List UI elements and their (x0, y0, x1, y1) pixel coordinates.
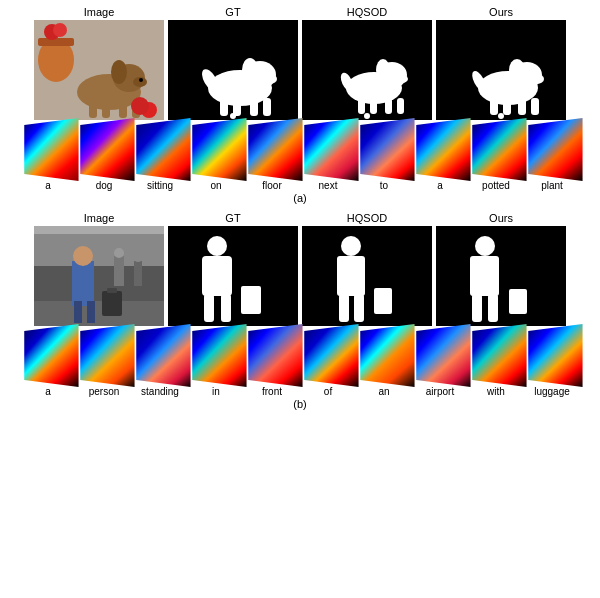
svg-point-11 (141, 102, 157, 118)
svg-rect-52 (114, 256, 124, 286)
heatmap-a-1 (21, 122, 75, 177)
word-b-6: of (301, 386, 355, 397)
sub-caption-b: (b) (293, 398, 306, 410)
svg-rect-51 (34, 301, 164, 326)
svg-rect-80 (509, 289, 527, 314)
sub-caption-a: (a) (293, 192, 306, 204)
svg-rect-9 (119, 102, 127, 118)
gt-silhouette-b (168, 226, 298, 326)
svg-point-29 (376, 59, 390, 81)
gt-silhouette-a (168, 20, 298, 120)
label-gt-a: GT (225, 6, 240, 18)
word-a-6: next (301, 180, 355, 191)
hqsod-silhouette-a (302, 20, 432, 120)
ours-silhouette-a (436, 20, 566, 120)
svg-rect-42 (490, 98, 498, 115)
image-cell-ours-a: Ours (436, 6, 566, 120)
image-cell-gt-a: GT (168, 6, 298, 120)
svg-rect-37 (436, 20, 566, 120)
word-b-1: a (21, 386, 75, 397)
svg-rect-20 (220, 98, 228, 116)
svg-point-30 (396, 75, 408, 83)
dog-photo (34, 20, 164, 120)
svg-point-36 (364, 113, 370, 119)
svg-rect-45 (531, 98, 539, 115)
heatmap-b-8 (413, 328, 467, 383)
top-images-row-a: Image (4, 6, 596, 120)
svg-point-40 (509, 59, 525, 81)
svg-point-25 (230, 113, 236, 119)
caption-row-b: a person standing in front of an airport… (4, 386, 596, 397)
svg-rect-7 (89, 102, 97, 118)
svg-point-53 (114, 248, 124, 258)
svg-rect-73 (354, 294, 364, 322)
heatmap-b-10 (525, 328, 579, 383)
main-container: Image (0, 0, 600, 598)
label-hqsod-b: HQSOD (347, 212, 387, 224)
image-cell-hqsod-b: HQSOD (302, 212, 432, 326)
svg-point-12 (111, 60, 127, 84)
svg-rect-2 (38, 38, 74, 46)
image-cell-original-a: Image (34, 6, 164, 120)
svg-rect-22 (250, 98, 258, 116)
label-ours-b: Ours (489, 212, 513, 224)
heatmap-b-2 (77, 328, 131, 383)
heatmap-a-2 (77, 122, 131, 177)
image-cell-original-b: Image (34, 212, 164, 326)
heatmap-b-6 (301, 328, 355, 383)
svg-rect-67 (221, 294, 231, 322)
word-a-7: to (357, 180, 411, 191)
heatmap-a-7 (357, 122, 411, 177)
heatmap-a-6 (301, 122, 355, 177)
heatmap-b-4 (189, 328, 243, 383)
svg-rect-26 (302, 20, 432, 120)
image-cell-gt-b: GT (168, 212, 298, 326)
label-ours-a: Ours (489, 6, 513, 18)
heatmap-a-4 (189, 122, 243, 177)
svg-rect-65 (202, 256, 232, 296)
ours-silhouette-b (436, 226, 566, 326)
word-b-7: an (357, 386, 411, 397)
svg-rect-34 (397, 98, 404, 114)
svg-rect-60 (102, 291, 122, 316)
svg-rect-31 (358, 98, 365, 114)
svg-point-14 (139, 78, 143, 82)
svg-point-64 (207, 236, 227, 256)
section-a: Image (4, 6, 596, 208)
svg-rect-43 (503, 98, 511, 115)
word-b-8: airport (413, 386, 467, 397)
svg-rect-71 (337, 256, 365, 296)
svg-point-18 (242, 58, 258, 82)
svg-rect-23 (263, 98, 271, 116)
word-a-8: a (413, 180, 467, 191)
svg-rect-72 (339, 294, 349, 322)
heatmap-a-8 (413, 122, 467, 177)
heatmap-b-1 (21, 328, 75, 383)
svg-rect-75 (436, 226, 566, 326)
svg-rect-58 (74, 301, 82, 323)
heatmap-a-5 (245, 122, 299, 177)
person-photo (34, 226, 164, 326)
label-hqsod-a: HQSOD (347, 6, 387, 18)
svg-rect-10 (132, 102, 140, 118)
svg-rect-68 (241, 286, 261, 314)
heatmap-row-b (4, 328, 596, 383)
word-b-4: in (189, 386, 243, 397)
image-cell-ours-b: Ours (436, 212, 566, 326)
label-image-b: Image (84, 212, 115, 224)
caption-row-a: a dog sitting on floor next to a potted … (4, 180, 596, 191)
svg-rect-69 (302, 226, 432, 326)
word-b-3: standing (133, 386, 187, 397)
heatmap-b-5 (245, 328, 299, 383)
label-image-a: Image (84, 6, 115, 18)
svg-rect-66 (204, 294, 214, 322)
heatmap-a-10 (525, 122, 579, 177)
svg-rect-79 (488, 294, 498, 322)
word-b-10: luggage (525, 386, 579, 397)
svg-rect-54 (134, 261, 142, 286)
svg-point-57 (73, 246, 93, 266)
svg-rect-50 (34, 226, 164, 234)
svg-point-41 (530, 74, 544, 84)
word-b-5: front (245, 386, 299, 397)
svg-rect-63 (168, 226, 298, 326)
